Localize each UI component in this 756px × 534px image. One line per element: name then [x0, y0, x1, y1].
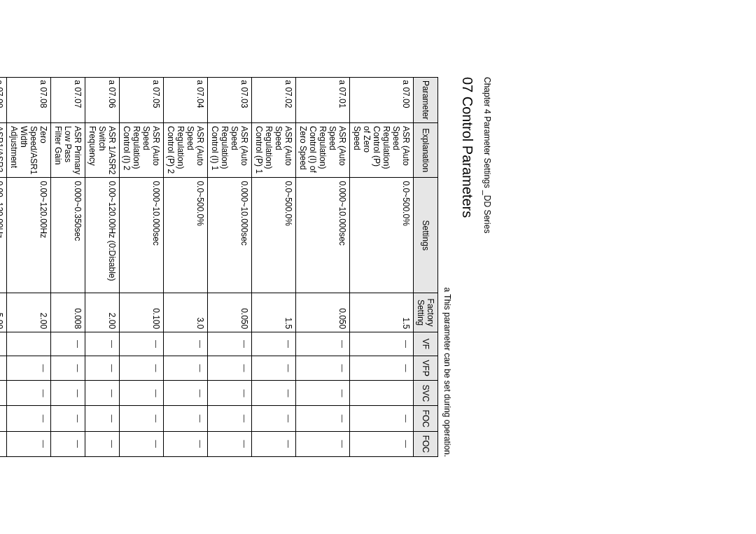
cell-param: 07.05 — [120, 87, 164, 122]
cell-factory: 3.0 — [164, 293, 208, 332]
cell-param: 07.01 — [296, 87, 350, 122]
cell-explanation: ASR (Auto Speed Regulation) Control (P) … — [164, 123, 208, 178]
cell-mode-0: — — [85, 332, 120, 356]
cell-mode-4: — — [0, 431, 7, 456]
cell-mode-4: — — [296, 431, 350, 456]
cell-mode-4: — — [208, 431, 252, 456]
table-row: a07.08Zero Speed/ASR1 Width Adjustment0.… — [7, 78, 51, 457]
cell-mode-3: — — [7, 406, 51, 431]
th-explanation: Explanation — [414, 123, 438, 178]
cell-explanation: ASR (Auto Speed Regulation) Control (I) … — [296, 123, 350, 178]
cell-mode-1: — — [51, 356, 85, 381]
cell-mode-3: — — [296, 406, 350, 431]
cell-settings: 0.000~10.000sec — [208, 178, 252, 293]
cell-factory: 2.00 — [85, 293, 120, 332]
cell-mode-1: — — [208, 356, 252, 381]
cell-mode-0: — — [350, 332, 414, 356]
cell-mode-1: — — [7, 356, 51, 381]
th-parameter: Parameter — [414, 78, 438, 123]
cell-param: 07.04 — [164, 87, 208, 122]
cell-mode-3: — — [350, 406, 414, 431]
cell-explanation: ASR1/ASR2 Width Adjustment — [0, 123, 7, 178]
cell-mode-2 — [350, 381, 414, 406]
cell-param: 07.08 — [7, 87, 51, 122]
table-row: a07.01ASR (Auto Speed Regulation) Contro… — [296, 78, 350, 457]
th-vfp: VFP — [414, 356, 438, 381]
cell-mode-2: — — [208, 381, 252, 406]
cell-mode-1: — — [296, 356, 350, 381]
cell-mode-4: — — [252, 431, 296, 456]
cell-explanation: Zero Speed/ASR1 Width Adjustment — [7, 123, 51, 178]
cell-settings: 0.00~120.00Hz — [0, 178, 7, 293]
table-row: a07.07ASR Primary Low Pass Filter Gain0.… — [51, 78, 85, 457]
cell-mode-0: — — [120, 332, 164, 356]
cell-mode-1: — — [85, 356, 120, 381]
cell-mode-0: — — [296, 332, 350, 356]
table-row: a07.06ASR 1/ASR2 Switch Frequency0.00~12… — [85, 78, 120, 457]
cell-mode-0: — — [252, 332, 296, 356]
cell-lead: a — [51, 78, 85, 87]
cell-mode-2: — — [0, 381, 7, 406]
cell-settings: 0.0~500.0% — [164, 178, 208, 293]
cell-mode-3: — — [0, 406, 7, 431]
table-row: a07.09ASR1/ASR2 Width Adjustment0.00~120… — [0, 78, 7, 457]
page-title: 07 Control Parameters — [459, 77, 475, 457]
cell-factory: 0.050 — [296, 293, 350, 332]
cell-settings: 0.0~500.0% — [350, 178, 414, 293]
cell-explanation: ASR (Auto Speed Regulation) Control (I) … — [208, 123, 252, 178]
cell-settings: 0.00~120.00Hz (0:Disable) — [85, 178, 120, 293]
cell-lead: a — [208, 78, 252, 87]
table-row: a07.00ASR (Auto Speed Regulation) Contro… — [350, 78, 414, 457]
cell-mode-3: — — [85, 406, 120, 431]
cell-settings: 0.000~0.350sec — [51, 178, 85, 293]
cell-factory: 5.00 — [0, 293, 7, 332]
cell-mode-2: — — [164, 381, 208, 406]
cell-mode-3: — — [252, 406, 296, 431]
cell-settings: 0.000~10.000sec — [296, 178, 350, 293]
cell-explanation: ASR (Auto Speed Regulation) Control (I) … — [120, 123, 164, 178]
cell-lead: a — [252, 78, 296, 87]
cell-mode-1: — — [350, 356, 414, 381]
cell-mode-1: — — [0, 356, 7, 381]
cell-settings: 0.00~120.00Hz — [7, 178, 51, 293]
cell-lead: a — [296, 78, 350, 87]
cell-explanation: ASR 1/ASR2 Switch Frequency — [85, 123, 120, 178]
cell-param: 07.09 — [0, 87, 7, 122]
th-svc: SVC — [414, 381, 438, 406]
cell-param: 07.00 — [350, 87, 414, 122]
cell-mode-3: — — [164, 406, 208, 431]
cell-mode-1: — — [252, 356, 296, 381]
cell-mode-3: — — [51, 406, 85, 431]
cell-factory: 0.050 — [208, 293, 252, 332]
cell-settings: 0.000~10.000sec — [120, 178, 164, 293]
cell-mode-0: — — [208, 332, 252, 356]
cell-explanation: ASR Primary Low Pass Filter Gain — [51, 123, 85, 178]
cell-mode-1: — — [164, 356, 208, 381]
cell-mode-3: — — [208, 406, 252, 431]
cell-mode-2: — — [120, 381, 164, 406]
cell-factory: 1.5 — [252, 293, 296, 332]
th-vf: VF — [414, 332, 438, 356]
cell-mode-4: — — [85, 431, 120, 456]
cell-param: 07.07 — [51, 87, 85, 122]
th-foc2: FOC — [414, 431, 438, 456]
cell-mode-4: — — [7, 431, 51, 456]
table-row: a07.05ASR (Auto Speed Regulation) Contro… — [120, 78, 164, 457]
cell-explanation: ASR (Auto Speed Regulation) Control (P) … — [252, 123, 296, 178]
cell-factory: 2.00 — [7, 293, 51, 332]
cell-lead: a — [164, 78, 208, 87]
page-note: a This parameter can be set during opera… — [442, 77, 452, 457]
cell-lead: a — [7, 78, 51, 87]
cell-explanation: ASR (Auto Speed Regulation) Control (P) … — [350, 123, 414, 178]
th-factory: Factory Setting — [414, 293, 438, 332]
cell-lead: a — [120, 78, 164, 87]
cell-lead: a — [85, 78, 120, 87]
cell-mode-2: — — [7, 381, 51, 406]
cell-mode-2: — — [296, 381, 350, 406]
cell-mode-4: — — [164, 431, 208, 456]
cell-mode-4: — — [350, 431, 414, 456]
cell-mode-0 — [7, 332, 51, 356]
cell-settings: 0.0~500.0% — [252, 178, 296, 293]
cell-lead: a — [0, 78, 7, 87]
cell-mode-0 — [0, 332, 7, 356]
